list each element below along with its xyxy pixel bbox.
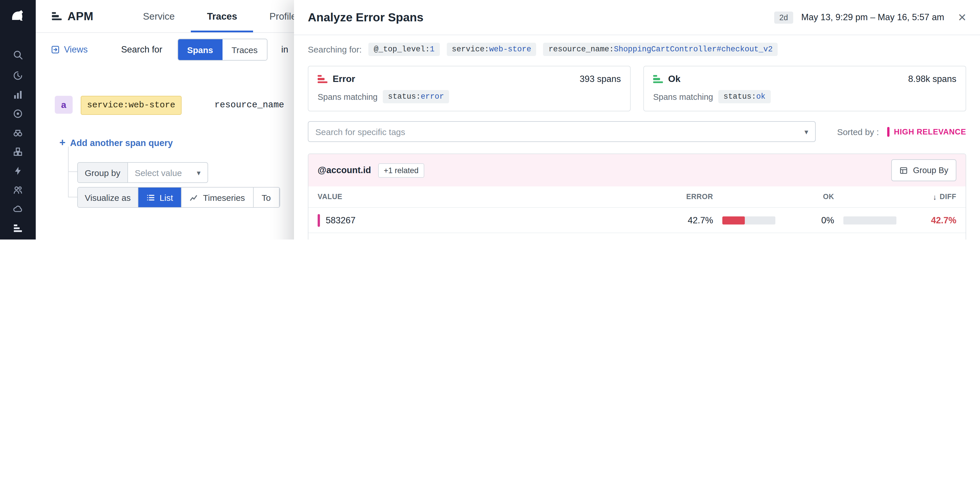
viz-timeseries-button[interactable]: Timeseries bbox=[181, 188, 254, 207]
visualize-as-label: Visualize as bbox=[78, 188, 138, 207]
history-icon[interactable] bbox=[13, 70, 23, 81]
metrics-icon[interactable] bbox=[13, 89, 23, 100]
table-row[interactable]: 583267 42.7% 0% 42.7% bbox=[309, 207, 966, 233]
visualize-as-control: Visualize as List Timeseries To bbox=[77, 187, 280, 208]
card-label: Error bbox=[332, 74, 355, 84]
group-by-button[interactable]: Group By bbox=[891, 159, 957, 181]
card-span-count: 393 spans bbox=[580, 74, 621, 84]
related-chip[interactable]: +1 related bbox=[378, 163, 424, 177]
brand-label: APM bbox=[67, 10, 93, 23]
card-span-count: 8.98k spans bbox=[908, 74, 956, 84]
summary-cards: Error 393 spans Spans matching status:er… bbox=[294, 61, 980, 112]
error-summary-card[interactable]: Error 393 spans Spans matching status:er… bbox=[308, 66, 631, 112]
time-range-text: May 13, 9:29 pm – May 16, 5:57 am bbox=[801, 12, 944, 22]
ok-pct: 0% bbox=[784, 215, 834, 225]
time-range-chip[interactable]: 2d bbox=[774, 11, 793, 23]
nav-item-traces[interactable]: Traces bbox=[191, 0, 253, 32]
error-bits-icon bbox=[318, 75, 328, 83]
facet-table-header: @account.id +1 related Group By bbox=[309, 154, 966, 187]
watchdog-icon[interactable] bbox=[13, 128, 23, 138]
analyze-error-spans-panel: Analyze Error Spans 2d May 13, 9:29 pm –… bbox=[294, 0, 980, 240]
sorted-by-value[interactable]: HIGH RELEVANCE bbox=[894, 127, 966, 136]
service-mgmt-icon[interactable] bbox=[13, 185, 23, 195]
status-chip: status:error bbox=[383, 90, 449, 103]
searching-for-row: Searching for: @_top_level:1 service:web… bbox=[294, 35, 980, 61]
close-icon[interactable]: × bbox=[958, 10, 966, 24]
list-icon bbox=[146, 193, 155, 202]
app-sidebar bbox=[0, 0, 36, 240]
facet-name: @account.id bbox=[318, 165, 371, 176]
group-by-control: Group by Select value ▾ bbox=[77, 162, 208, 183]
filter-chip: resource_name:ShoppingCartController#che… bbox=[543, 43, 778, 56]
group-by-label: Group by bbox=[78, 163, 128, 182]
apm-icon[interactable] bbox=[13, 223, 23, 233]
card-label: Ok bbox=[668, 74, 681, 84]
filter-chip: @_top_level:1 bbox=[369, 43, 440, 56]
plus-icon: + bbox=[59, 137, 65, 149]
status-chip: status:ok bbox=[718, 90, 771, 103]
selected-indicator bbox=[318, 214, 320, 227]
panel-header: Analyze Error Spans 2d May 13, 9:29 pm –… bbox=[294, 0, 980, 35]
group-by-select[interactable]: Select value ▾ bbox=[128, 163, 208, 182]
table-icon bbox=[899, 166, 908, 174]
ok-bits-icon bbox=[653, 75, 663, 83]
table-row[interactable]: 69443 6.87% 0% 6.87% bbox=[309, 233, 966, 240]
events-icon[interactable] bbox=[13, 166, 23, 176]
caret-down-icon: ▾ bbox=[805, 127, 808, 136]
timeseries-icon bbox=[190, 193, 198, 202]
viz-list-button[interactable]: List bbox=[138, 188, 182, 207]
cloud-icon[interactable] bbox=[13, 204, 23, 214]
tag-search-row: Search for specific tags ▾ Sorted by : H… bbox=[294, 112, 980, 145]
infrastructure-icon[interactable] bbox=[13, 109, 23, 119]
diff-pct: 42.7% bbox=[906, 215, 956, 225]
query-service-tag[interactable]: service:web-store bbox=[81, 96, 181, 115]
sorted-by-label: Sorted by : bbox=[837, 127, 879, 136]
app-root: APM Service Traces Profile Views Search … bbox=[0, 0, 980, 240]
caret-down-icon: ▾ bbox=[197, 168, 200, 177]
relevance-indicator bbox=[887, 127, 889, 136]
error-bar bbox=[722, 216, 775, 224]
integrations-icon[interactable] bbox=[13, 147, 23, 157]
query-resource-text[interactable]: resource_name bbox=[215, 100, 284, 110]
table-column-headers: VALUE ERROR OK ↓DIFF bbox=[309, 187, 966, 207]
panel-title: Analyze Error Spans bbox=[308, 10, 423, 24]
matching-label: Spans matching bbox=[318, 92, 378, 101]
datadog-logo-icon[interactable] bbox=[9, 7, 27, 24]
search-icon[interactable] bbox=[13, 49, 23, 60]
tree-connector bbox=[68, 147, 68, 197]
matching-label: Spans matching bbox=[653, 92, 713, 101]
tag-search-input[interactable]: Search for specific tags ▾ bbox=[308, 121, 816, 142]
add-span-query-link[interactable]: + Add another span query bbox=[59, 137, 173, 149]
nav-item-service[interactable]: Service bbox=[127, 0, 191, 32]
apm-brand[interactable]: APM bbox=[52, 10, 93, 23]
ok-bar bbox=[843, 216, 896, 224]
filter-chip: service:web-store bbox=[447, 43, 536, 56]
nav-items: Service Traces Profile bbox=[127, 0, 312, 32]
error-pct: 42.7% bbox=[662, 215, 713, 225]
apm-bits-icon bbox=[52, 12, 62, 20]
query-letter-badge: a bbox=[55, 96, 73, 114]
viz-top-button[interactable]: To bbox=[254, 188, 280, 207]
searching-for-label: Searching for: bbox=[308, 45, 362, 54]
facet-table-account-id: @account.id +1 related Group By VALUE ER… bbox=[308, 153, 966, 240]
sort-desc-icon: ↓ bbox=[933, 192, 937, 201]
ok-summary-card[interactable]: Ok 8.98k spans Spans matching status:ok bbox=[643, 66, 966, 112]
